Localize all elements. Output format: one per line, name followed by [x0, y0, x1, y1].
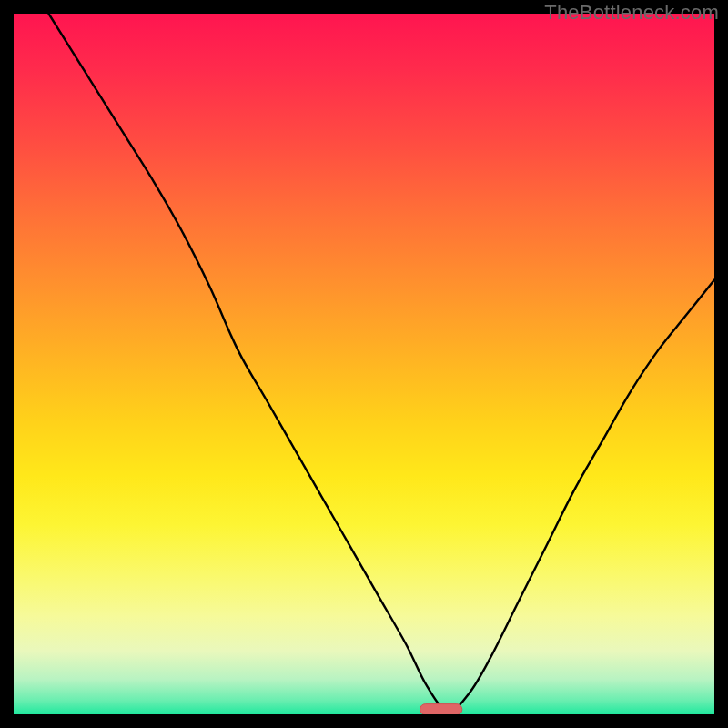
curve-layer	[14, 14, 714, 714]
plot-area	[14, 14, 714, 714]
watermark-text: TheBottleneck.com	[544, 1, 719, 25]
optimal-marker	[420, 704, 462, 714]
bottleneck-curve	[49, 14, 715, 711]
chart-frame: TheBottleneck.com	[0, 0, 728, 728]
